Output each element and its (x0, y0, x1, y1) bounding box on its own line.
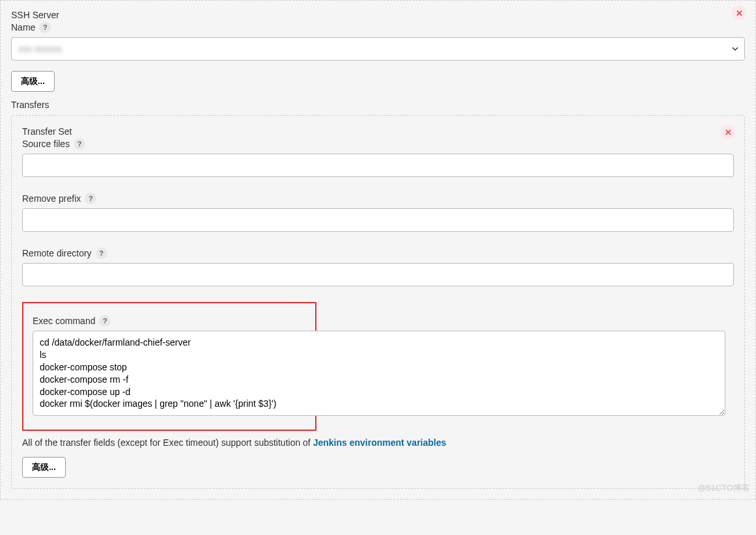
advanced-button-top[interactable]: 高级... (11, 71, 55, 92)
help-icon[interactable]: ? (74, 138, 85, 150)
close-icon: ✕ (736, 8, 743, 18)
remove-prefix-label-row: Remove prefix ? (22, 193, 734, 204)
advanced-button-bottom[interactable]: 高级... (22, 457, 66, 478)
source-files-input[interactable] (22, 154, 734, 177)
transfer-set-label: Transfer Set (22, 126, 734, 137)
remove-prefix-label: Remove prefix (22, 193, 81, 204)
help-icon[interactable]: ? (39, 21, 51, 33)
help-icon[interactable]: ? (96, 247, 107, 259)
remove-prefix-input[interactable] (22, 208, 734, 232)
exec-command-label: Exec command (33, 316, 95, 326)
remote-directory-label: Remote directory (22, 248, 92, 258)
ssh-server-panel: ✕ SSH Server Name ? xxx xxxxxx 高级... Tra… (0, 0, 756, 500)
watermark: @51CTO博客 (697, 482, 750, 494)
jenkins-env-vars-link[interactable]: Jenkins environment variables (313, 437, 447, 448)
source-files-label-row: Source files ? (22, 138, 734, 150)
footnote-text: All of the transfer fields (except for E… (22, 437, 313, 448)
help-icon[interactable]: ? (99, 315, 111, 327)
source-files-label: Source files (22, 139, 70, 149)
exec-command-label-row: Exec command ? (33, 315, 306, 327)
remote-directory-input[interactable] (22, 263, 734, 286)
close-ssh-server-button[interactable]: ✕ (732, 6, 746, 20)
close-icon: ✕ (725, 128, 732, 137)
ssh-server-selected-value: xxx xxxxxx (18, 38, 738, 60)
remote-directory-label-row: Remote directory ? (22, 247, 734, 259)
transfers-label: Transfers (11, 100, 745, 110)
ssh-server-label: SSH Server (11, 10, 745, 20)
ssh-server-select-wrapper: xxx xxxxxx (11, 37, 745, 61)
transfers-container: ✕ Transfer Set Source files ? Remove pre… (11, 115, 745, 489)
name-label-row: Name ? (11, 21, 745, 33)
exec-command-textarea[interactable] (33, 331, 725, 416)
close-transfer-set-button[interactable]: ✕ (721, 125, 735, 139)
help-icon[interactable]: ? (85, 193, 96, 204)
ssh-server-select[interactable]: xxx xxxxxx (11, 37, 745, 61)
exec-command-highlight: Exec command ? (22, 302, 316, 431)
transfer-footnote: All of the transfer fields (except for E… (22, 437, 734, 448)
name-label: Name (11, 22, 35, 33)
